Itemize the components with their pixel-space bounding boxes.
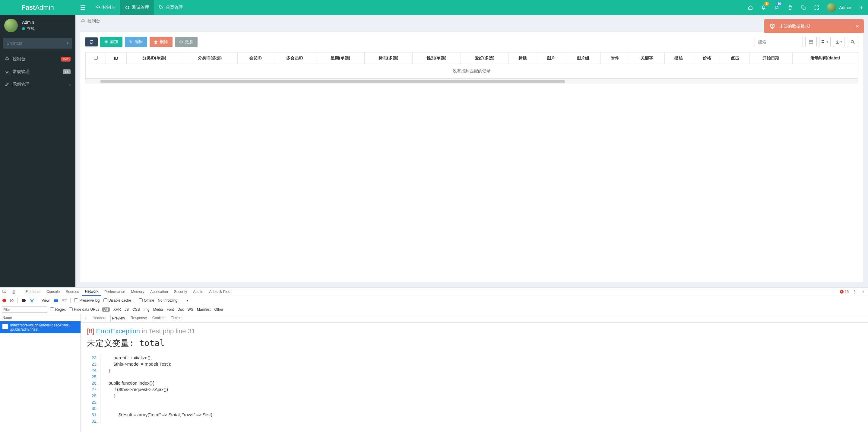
preserve-log-checkbox[interactable]: Preserve log (74, 298, 99, 303)
devtools-close[interactable]: × (861, 287, 866, 296)
record-button[interactable] (2, 299, 6, 302)
column-header[interactable]: 星期(单选) (316, 53, 364, 64)
detail-tab-response[interactable]: Response (129, 315, 148, 321)
type-filter-js[interactable]: JS (125, 307, 129, 312)
type-filter-img[interactable]: Img (144, 307, 150, 312)
column-header[interactable]: ID (106, 53, 127, 64)
error-count[interactable]: 15 (840, 289, 849, 294)
column-header[interactable]: 分类ID(单选) (126, 53, 182, 64)
inspect-button[interactable] (0, 287, 9, 296)
devtools-tab-sources[interactable]: Sources (63, 287, 82, 296)
sidebar-user[interactable]: Admin 在线 (0, 15, 75, 36)
device-button[interactable] (9, 287, 18, 296)
sidebar-item-dashboard[interactable]: 控制台 hot (0, 53, 75, 65)
type-filter-other[interactable]: Other (214, 307, 223, 312)
detail-tab-timing[interactable]: Timing (169, 315, 183, 321)
devtools-tab-security[interactable]: Security (171, 287, 190, 296)
alert-close-button[interactable]: × (856, 23, 859, 30)
request-item[interactable]: index?sort=weigh&order=desc&filter... /p… (0, 321, 81, 333)
type-filter-manifest[interactable]: Manifest (197, 307, 211, 312)
type-filter-media[interactable]: Media (153, 307, 163, 312)
home-button[interactable] (744, 0, 757, 15)
export-button[interactable]: ▼ (833, 37, 844, 47)
column-header[interactable]: 图片 (537, 53, 565, 64)
close-detail-button[interactable]: × (83, 316, 88, 320)
column-header[interactable]: 活动时间(dateti (792, 53, 858, 64)
column-header[interactable]: 开始日期 (749, 53, 792, 64)
detail-tab-headers[interactable]: Headers (91, 315, 107, 321)
search-input[interactable] (754, 37, 803, 47)
devtools-tab-elements[interactable]: Elements (22, 287, 43, 296)
more-button[interactable]: ⚙更多 (175, 37, 197, 47)
clear-button[interactable] (10, 298, 14, 303)
column-header[interactable]: 爱好(多选) (461, 53, 508, 64)
type-filter-css[interactable]: CSS (132, 307, 140, 312)
column-header[interactable]: 会员ID (238, 53, 273, 64)
column-header[interactable]: 图片组 (565, 53, 601, 64)
h-scrollbar[interactable] (85, 79, 858, 84)
column-header[interactable]: 多会员ID (273, 53, 316, 64)
h-scrollbar-thumb[interactable] (100, 80, 564, 83)
type-filter-font[interactable]: Font (166, 307, 174, 312)
detail-tab-preview[interactable]: Preview (111, 315, 126, 322)
devtools-tab-audits[interactable]: Audits (190, 287, 206, 296)
column-header[interactable]: 关键字 (629, 53, 664, 64)
columns-button[interactable]: ▼ (819, 37, 831, 47)
sidebar-item-label: 常规管理 (13, 69, 30, 74)
user-menu[interactable]: Admin (824, 3, 855, 12)
refresh-icon (89, 40, 93, 44)
type-filter-ws[interactable]: WS (188, 307, 193, 312)
devtools-menu[interactable]: ⋮ (852, 287, 857, 296)
notifications-button[interactable]: 8 (757, 0, 770, 15)
offline-checkbox[interactable]: Offline (139, 298, 154, 303)
column-header[interactable]: 点击 (721, 53, 749, 64)
fullscreen-button[interactable] (810, 0, 824, 15)
edit-button[interactable]: ✎编辑 (125, 37, 147, 47)
delete-button[interactable]: 🗑删除 (150, 37, 173, 47)
tab-page[interactable]: 单页管理 (154, 0, 188, 15)
devtools-tab-network[interactable]: Network (82, 287, 101, 296)
toggle-view-button[interactable] (805, 37, 817, 47)
type-filter-doc[interactable]: Doc (177, 307, 184, 312)
refresh-button[interactable] (85, 37, 98, 47)
devtools-tab-memory[interactable]: Memory (128, 287, 147, 296)
disable-cache-checkbox[interactable]: Disable cache (103, 298, 131, 303)
detail-tab-cookies[interactable]: Cookies (151, 315, 166, 321)
column-header[interactable]: 标志(多选) (364, 53, 412, 64)
tab-test[interactable]: 测试管理 (120, 0, 154, 15)
hamburger-button[interactable] (75, 0, 91, 15)
column-header[interactable]: 价格 (693, 53, 721, 64)
filter-input[interactable] (2, 307, 47, 312)
hide-urls-checkbox[interactable]: Hide data URLs (69, 307, 99, 312)
select-all-checkbox[interactable] (94, 56, 98, 60)
capture-button[interactable] (22, 299, 26, 302)
throttling-select[interactable]: No throttling▾ (158, 298, 188, 303)
logo[interactable]: FastAdmin (0, 0, 75, 15)
name-column-header[interactable]: Name (0, 314, 81, 321)
column-header[interactable]: 性别(单选) (412, 53, 461, 64)
overview-button[interactable] (62, 299, 67, 302)
shortcut-select[interactable]: Shortcut ▾ (3, 38, 72, 49)
lang-button[interactable] (797, 0, 810, 15)
devtools-tab-performance[interactable]: Performance (101, 287, 128, 296)
tab-dashboard[interactable]: 控制台 (91, 0, 120, 15)
type-filter-xhr[interactable]: XHR (114, 307, 121, 312)
sidebar-item-example[interactable]: 示例管理 ‹ (0, 78, 75, 91)
add-button[interactable]: ✚添加 (100, 37, 122, 47)
large-rows-button[interactable] (54, 299, 58, 302)
sidebar-item-general[interactable]: 常规管理 18 (0, 65, 75, 78)
devtools-tab-console[interactable]: Console (43, 287, 63, 296)
column-header[interactable]: 描述 (665, 53, 693, 64)
column-header[interactable]: 分类ID(多选) (182, 53, 238, 64)
devtools-tab-application[interactable]: Application (147, 287, 171, 296)
regex-checkbox[interactable]: Regex (50, 307, 66, 312)
column-header[interactable]: 附件 (601, 53, 629, 64)
trash-button[interactable] (783, 0, 797, 15)
sync-button[interactable]: 10 (770, 0, 783, 15)
search-button[interactable] (847, 37, 858, 47)
type-filter-all[interactable]: All (102, 307, 110, 312)
filter-toggle[interactable] (30, 298, 34, 303)
devtools-tab-adblock-plus[interactable]: Adblock Plus (206, 287, 233, 296)
column-header[interactable]: 标题 (509, 53, 537, 64)
settings-button[interactable] (855, 0, 868, 15)
